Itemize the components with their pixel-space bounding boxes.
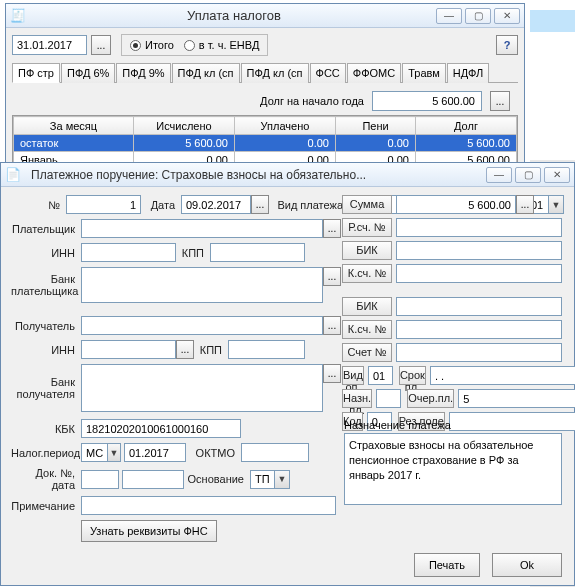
period-type-combo[interactable]: МС ▼	[81, 443, 121, 462]
tab-1[interactable]: ПФД 6%	[61, 63, 115, 83]
tab-5[interactable]: ФСС	[310, 63, 346, 83]
mode-radio-group: Итого в т. ч. ЕНВД	[121, 34, 268, 56]
minimize-button[interactable]: —	[436, 8, 462, 24]
payer-kpp-input[interactable]	[210, 243, 305, 262]
value-cell: 0.00	[235, 135, 336, 152]
tab-0[interactable]: ПФ стр	[12, 63, 60, 83]
payer-bank-input[interactable]	[81, 267, 323, 303]
sum-input[interactable]	[396, 195, 516, 214]
oktmo-label: ОКТМО	[186, 447, 241, 459]
vidop-input[interactable]	[368, 366, 393, 385]
payment-purpose-block: Назначение платежа Страховые взносы на о…	[344, 419, 562, 505]
date-picker-button[interactable]: ...	[91, 35, 111, 55]
vidop-label: Вид оп.	[342, 366, 364, 385]
chevron-down-icon: ▼	[274, 471, 289, 488]
grid-header[interactable]: За месяц	[14, 117, 134, 135]
ocherpl-label: Очер.пл.	[407, 389, 454, 408]
srokpl-input[interactable]	[430, 366, 575, 385]
period-type-value: МС	[82, 447, 107, 459]
tab-2[interactable]: ПФД 9%	[116, 63, 170, 83]
tab-3[interactable]: ПФД кл (сп	[172, 63, 240, 83]
srokpl-label: Срок пл.	[399, 366, 426, 385]
sum-label: Сумма	[342, 195, 392, 214]
payer-input[interactable]	[81, 219, 323, 238]
doc-date-input[interactable]	[122, 470, 184, 489]
payer-bank-lookup-button[interactable]: ...	[323, 267, 341, 286]
chevron-down-icon: ▼	[107, 444, 120, 461]
maximize-button[interactable]: ▢	[515, 167, 541, 183]
osn-label: Основание	[184, 473, 250, 485]
purpose-label: Назначение платежа	[344, 419, 562, 431]
value-cell: 5 600.00	[134, 135, 235, 152]
bik2-input[interactable]	[396, 297, 562, 316]
as-of-date-input[interactable]	[12, 35, 87, 55]
ocherpl-input[interactable]	[458, 389, 575, 408]
payee-lookup-button[interactable]: ...	[323, 316, 341, 335]
tab-6[interactable]: ФФОМС	[347, 63, 401, 83]
date-input[interactable]	[181, 195, 251, 214]
radio-total[interactable]: Итого	[130, 39, 174, 51]
naznpl-input[interactable]	[376, 389, 401, 408]
table-row[interactable]: остаток5 600.000.000.005 600.00	[14, 135, 517, 152]
debt-label: Долг на начало года	[260, 95, 364, 107]
kbk-label: КБК	[11, 423, 81, 435]
osn-combo[interactable]: ТП ▼	[250, 470, 290, 489]
note-input[interactable]	[81, 496, 336, 515]
tab-8[interactable]: НДФЛ	[447, 63, 489, 83]
rsch-input[interactable]	[396, 218, 562, 237]
naznpl-label: Назн. пл.	[342, 389, 372, 408]
close-button[interactable]: ✕	[494, 8, 520, 24]
date-ellipsis-button[interactable]: ...	[251, 195, 269, 214]
payee-bank-lookup-button[interactable]: ...	[323, 364, 341, 383]
close-button[interactable]: ✕	[544, 167, 570, 183]
doc-num-input[interactable]	[81, 470, 119, 489]
payee-inn-lookup-button[interactable]: ...	[176, 340, 194, 359]
payee-kpp-input[interactable]	[228, 340, 305, 359]
value-cell: 0.00	[336, 135, 416, 152]
num-input[interactable]	[66, 195, 141, 214]
ok-button[interactable]: Ok	[492, 553, 562, 577]
window-title: Уплата налогов	[32, 8, 436, 23]
help-button[interactable]: ?	[496, 35, 518, 55]
radio-total-label: Итого	[145, 39, 174, 51]
payee-inn-label: ИНН	[11, 344, 81, 356]
sum-ellipsis-button[interactable]: ...	[516, 195, 534, 214]
bik1-label: БИК	[342, 241, 392, 260]
payee-input[interactable]	[81, 316, 323, 335]
payer-bank-label: Банк плательщика	[11, 273, 81, 297]
radio-dot-icon	[184, 40, 195, 51]
radio-dot-icon	[130, 40, 141, 51]
ksch1-input[interactable]	[396, 264, 562, 283]
radio-envd[interactable]: в т. ч. ЕНВД	[184, 39, 260, 51]
debt-ellipsis-button[interactable]: ...	[490, 91, 510, 111]
tab-4[interactable]: ПФД кл (сп	[241, 63, 309, 83]
ksch1-label: К.сч. №	[342, 264, 392, 283]
kbk-input[interactable]	[81, 419, 241, 438]
tab-7[interactable]: Травм	[402, 63, 446, 83]
schet-label: Счет №	[342, 343, 392, 362]
grid-header[interactable]: Уплачено	[235, 117, 336, 135]
payer-inn-input[interactable]	[81, 243, 176, 262]
titlebar: 🧾 Уплата налогов — ▢ ✕	[6, 4, 524, 28]
grid-header[interactable]: Долг	[416, 117, 517, 135]
period-input[interactable]	[124, 443, 186, 462]
schet-input[interactable]	[396, 343, 562, 362]
print-button[interactable]: Печать	[414, 553, 480, 577]
window-title: Платежное поручение: Страховые взносы на…	[31, 168, 486, 182]
app-icon: 📄	[5, 167, 21, 183]
grid-header[interactable]: Исчислено	[134, 117, 235, 135]
grid-header[interactable]: Пени	[336, 117, 416, 135]
payee-bank-label: Банк получателя	[11, 376, 81, 400]
bik1-input[interactable]	[396, 241, 562, 260]
payee-bank-input[interactable]	[81, 364, 323, 412]
ksch2-input[interactable]	[396, 320, 562, 339]
minimize-button[interactable]: —	[486, 167, 512, 183]
fns-requisites-button[interactable]: Узнать реквизиты ФНС	[81, 520, 217, 542]
rsch-label: Р.сч. №	[342, 218, 392, 237]
oktmo-input[interactable]	[241, 443, 309, 462]
purpose-text[interactable]: Страховые взносы на обязательное пенсион…	[344, 433, 562, 505]
debt-input[interactable]	[372, 91, 482, 111]
payer-lookup-button[interactable]: ...	[323, 219, 341, 238]
maximize-button[interactable]: ▢	[465, 8, 491, 24]
payee-inn-input[interactable]	[81, 340, 176, 359]
